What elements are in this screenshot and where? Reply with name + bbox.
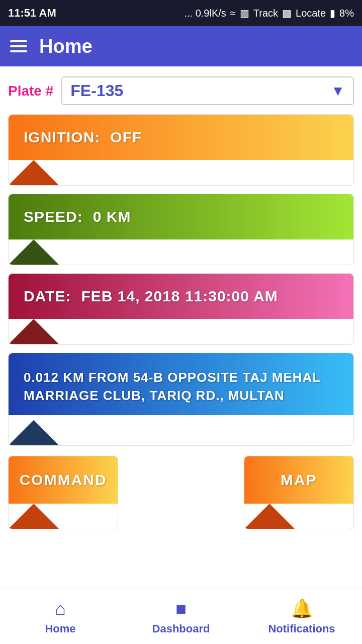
location-fold <box>9 415 353 445</box>
plate-label: Plate # <box>8 83 53 99</box>
command-button[interactable]: COMMAND <box>9 456 118 504</box>
ignition-fold-decoration <box>9 160 59 185</box>
bottom-nav: ⌂ Home ■ Dashboard 🔔 Notifications <box>0 589 362 644</box>
date-ribbon: DATE: FEB 14, 2018 11:30:00 AM <box>9 274 353 319</box>
speed-label: SPEED: <box>24 208 83 225</box>
cell-bars-icon: ▩ <box>240 7 249 19</box>
command-card[interactable]: COMMAND <box>8 456 118 529</box>
ignition-fold <box>9 160 353 185</box>
speed-fold <box>9 239 353 265</box>
header-title: Home <box>39 36 93 57</box>
main-content: Plate # FE-135 ▼ IGNITION: OFF SPEED: 0 … <box>0 66 362 595</box>
signal-text: ... 0.9lK/s <box>184 8 226 19</box>
nav-home-label: Home <box>45 622 75 635</box>
map-card[interactable]: MAP <box>244 456 354 529</box>
nav-notifications-label: Notifications <box>268 622 335 635</box>
status-time: 11:51 AM <box>8 7 56 20</box>
nav-dashboard[interactable]: ■ Dashboard <box>121 589 241 644</box>
track-label: Track <box>253 8 278 19</box>
location-fold-decoration <box>9 420 59 445</box>
map-button[interactable]: MAP <box>244 456 353 504</box>
plate-row: Plate # FE-135 ▼ <box>8 76 354 105</box>
locate-label: Locate <box>296 8 326 19</box>
date-fold <box>9 319 353 344</box>
ignition-value: OFF <box>110 129 142 146</box>
date-value: FEB 14, 2018 11:30:00 AM <box>81 288 278 305</box>
command-fold <box>9 504 118 529</box>
speed-ribbon: SPEED: 0 KM <box>9 194 353 239</box>
speed-fold-decoration <box>9 239 59 265</box>
plate-value: FE-135 <box>70 82 123 100</box>
action-spacer <box>126 456 235 529</box>
speed-value: 0 KM <box>93 208 131 225</box>
plate-dropdown[interactable]: FE-135 ▼ <box>61 76 354 105</box>
action-row: COMMAND MAP <box>8 456 354 529</box>
wifi-icon: ≈ <box>230 8 236 19</box>
date-fold-decoration <box>9 319 59 344</box>
ignition-ribbon: IGNITION: OFF <box>9 115 353 160</box>
status-bar: 11:51 AM ... 0.9lK/s ≈ ▩ Track ▩ Locate … <box>0 0 362 26</box>
ignition-card: IGNITION: OFF <box>8 114 354 186</box>
location-ribbon: 0.012 KM FROM 54-B OPPOSITE TAJ MEHAL MA… <box>9 353 353 415</box>
map-fold-decoration <box>244 504 295 529</box>
chevron-down-icon: ▼ <box>331 83 345 99</box>
bell-icon: 🔔 <box>291 598 313 619</box>
date-card: DATE: FEB 14, 2018 11:30:00 AM <box>8 273 354 345</box>
nav-home[interactable]: ⌂ Home <box>0 589 121 644</box>
nav-dashboard-label: Dashboard <box>152 622 210 635</box>
location-text: 0.012 KM FROM 54-B OPPOSITE TAJ MEHAL MA… <box>24 368 338 405</box>
map-fold <box>244 504 353 529</box>
battery-icon: ▮ <box>330 7 335 19</box>
hamburger-menu[interactable] <box>10 40 27 52</box>
command-fold-decoration <box>9 504 59 529</box>
location-card: 0.012 KM FROM 54-B OPPOSITE TAJ MEHAL MA… <box>8 353 354 446</box>
home-icon: ⌂ <box>55 598 66 619</box>
signal-bars-icon: ▩ <box>282 7 292 19</box>
date-label: DATE: <box>24 288 71 305</box>
dashboard-icon: ■ <box>175 598 187 619</box>
ignition-label: IGNITION: <box>24 129 100 146</box>
command-label: COMMAND <box>20 471 107 488</box>
status-right: ... 0.9lK/s ≈ ▩ Track ▩ Locate ▮ 8% <box>184 7 354 19</box>
map-label: MAP <box>281 471 317 488</box>
speed-card: SPEED: 0 KM <box>8 194 354 265</box>
app-header: Home <box>0 26 362 66</box>
battery-percent: 8% <box>339 8 354 19</box>
nav-notifications[interactable]: 🔔 Notifications <box>241 589 362 644</box>
